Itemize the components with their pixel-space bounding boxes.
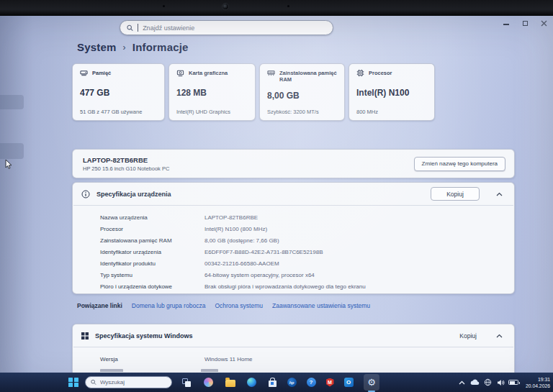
taskbar: hp ? M O ⚙ bbox=[0, 373, 553, 392]
collapse-windows-spec[interactable] bbox=[496, 334, 503, 338]
network-globe-icon bbox=[484, 378, 492, 386]
device-spec-panel: Specyfikacja urządzenia Kopiuj Nazwa urz… bbox=[72, 182, 515, 294]
file-explorer-button[interactable] bbox=[225, 373, 236, 392]
task-view-button[interactable] bbox=[181, 373, 192, 392]
mic-hole bbox=[163, 5, 165, 7]
edge-button[interactable] bbox=[246, 373, 257, 392]
microsoft-store-button[interactable] bbox=[266, 373, 278, 392]
spec-label: Nazwa urządzenia bbox=[100, 214, 204, 221]
close-button[interactable] bbox=[540, 19, 547, 27]
card-subtitle: 800 MHz bbox=[356, 109, 427, 115]
folder-icon bbox=[225, 380, 235, 387]
windows-spec-header[interactable]: Specyfikacja systemu Windows Kopiuj bbox=[73, 324, 514, 347]
info-icon bbox=[81, 190, 90, 199]
outlook-button[interactable]: O bbox=[343, 373, 354, 392]
battery-icon bbox=[508, 380, 518, 385]
copilot-button[interactable] bbox=[202, 373, 214, 392]
chevron-up-icon bbox=[459, 380, 465, 385]
maximize-button[interactable] bbox=[521, 19, 529, 27]
summary-cards: Pamięć 477 GB 51 GB z 477 GB używane Kar… bbox=[72, 63, 435, 121]
spec-value: 00342-21216-66580-AAOEM bbox=[204, 260, 279, 267]
spec-value: Windows 11 Home bbox=[204, 356, 253, 363]
taskbar-clock[interactable]: 19:31 20.04.2026 bbox=[520, 376, 550, 389]
mcafee-button[interactable]: M bbox=[324, 373, 336, 392]
clipped-row bbox=[100, 369, 514, 372]
text-cursor bbox=[138, 24, 138, 32]
rename-pc-button[interactable]: Zmień nazwę tego komputera bbox=[414, 157, 505, 171]
card-title: Karta graficzna bbox=[189, 70, 228, 76]
mouse-cursor bbox=[5, 159, 13, 170]
minimize-icon bbox=[503, 24, 509, 25]
system-tray: 19:31 20.04.2026 bbox=[455, 373, 552, 392]
left-edge-remnant bbox=[0, 95, 24, 109]
clock-date: 20.04.2026 bbox=[520, 383, 550, 389]
device-name-block: LAPTOP-82TB6RBE HP 250 15.6 inch G10 Not… bbox=[83, 156, 169, 172]
storage-icon bbox=[80, 69, 88, 77]
windows-spec-rows: Wersja Windows 11 Home bbox=[73, 347, 514, 372]
link-advanced-system-settings[interactable]: Zaawansowane ustawienia systemu bbox=[272, 302, 370, 309]
card-subtitle: Szybkość: 3200 MT/s bbox=[267, 109, 337, 115]
spec-row: Wersja Windows 11 Home bbox=[73, 353, 514, 365]
spec-row: Identyfikator produktu 00342-21216-66580… bbox=[73, 257, 514, 269]
mcafee-icon: M bbox=[326, 378, 334, 387]
minimize-button[interactable] bbox=[503, 19, 510, 27]
link-domain-workgroup[interactable]: Domena lub grupa robocza bbox=[132, 302, 206, 309]
collapse-device-spec[interactable] bbox=[496, 192, 503, 196]
taskbar-left bbox=[68, 373, 172, 392]
taskbar-search-input[interactable] bbox=[100, 379, 166, 386]
spec-label: Wersja bbox=[100, 356, 204, 363]
device-spec-header[interactable]: Specyfikacja urządzenia Kopiuj bbox=[73, 183, 514, 205]
spec-value: E6DFF0F7-B88D-42E2-A731-8B7C6E52198B bbox=[204, 249, 323, 255]
copy-windows-spec-button[interactable]: Kopiuj bbox=[457, 332, 480, 339]
device-model: HP 250 15.6 inch G10 Notebook PC bbox=[83, 165, 169, 172]
link-system-protection[interactable]: Ochrona systemu bbox=[215, 302, 263, 309]
volume-icon bbox=[497, 379, 505, 386]
card-cpu[interactable]: Procesor Intel(R) N100 800 MHz bbox=[349, 63, 435, 121]
spec-row: Typ systemu 64-bitowy system operacyjny,… bbox=[73, 269, 514, 281]
volume-button[interactable] bbox=[494, 373, 507, 392]
card-storage[interactable]: Pamięć 477 GB 51 GB z 477 GB używane bbox=[72, 63, 165, 121]
card-ram[interactable]: Zainstalowana pamięć RAM 8,00 GB Szybkoś… bbox=[259, 63, 345, 121]
card-value: 477 GB bbox=[80, 88, 157, 98]
gear-icon: ⚙ bbox=[367, 378, 376, 387]
hp-icon: hp bbox=[287, 378, 297, 387]
card-gpu[interactable]: Karta graficzna 128 MB Intel(R) UHD Grap… bbox=[168, 63, 256, 121]
spec-label: Zainstalowana pamięć RAM bbox=[100, 237, 204, 244]
related-links: Powiązane linki Domena lub grupa robocza… bbox=[77, 302, 370, 309]
help-icon: ? bbox=[307, 378, 316, 387]
device-name: LAPTOP-82TB6RBE bbox=[83, 156, 169, 164]
breadcrumb-system[interactable]: System bbox=[77, 41, 117, 53]
page-title: Informacje bbox=[132, 41, 189, 53]
settings-search-input[interactable] bbox=[143, 24, 326, 32]
device-spec-rows: Nazwa urządzenia LAPTOP-82TB6RBE Proceso… bbox=[73, 206, 514, 292]
taskbar-search[interactable] bbox=[85, 376, 172, 388]
settings-app-button[interactable]: ⚙ bbox=[364, 374, 379, 391]
active-app-indicator bbox=[368, 391, 375, 392]
onedrive-button[interactable] bbox=[468, 373, 481, 392]
gpu-icon bbox=[176, 69, 184, 77]
hp-app-button[interactable]: hp bbox=[286, 373, 297, 392]
spec-row: Nazwa urządzenia LAPTOP-82TB6RBE bbox=[73, 211, 514, 223]
tray-overflow-button[interactable] bbox=[455, 373, 468, 392]
onedrive-cloud-icon bbox=[470, 379, 480, 386]
card-subtitle: 51 GB z 477 GB używane bbox=[80, 109, 157, 115]
battery-button[interactable] bbox=[507, 373, 520, 392]
window-controls bbox=[503, 17, 547, 29]
spec-value: 64-bitowy system operacyjny, procesor x6… bbox=[204, 272, 315, 278]
spec-value: Intel(R) N100 (800 MHz) bbox=[204, 226, 267, 232]
outlook-icon: O bbox=[344, 378, 354, 387]
cpu-icon bbox=[356, 69, 364, 77]
clock-time: 19:31 bbox=[520, 376, 550, 383]
device-spec-title: Specyfikacja urządzenia bbox=[96, 191, 171, 198]
ram-icon bbox=[267, 69, 275, 77]
chevron-up-icon bbox=[496, 334, 503, 338]
network-button[interactable] bbox=[481, 373, 494, 392]
card-value: 8,00 GB bbox=[267, 91, 337, 101]
copy-device-spec-button[interactable]: Kopiuj bbox=[431, 187, 480, 201]
start-button[interactable] bbox=[68, 378, 78, 388]
get-help-button[interactable]: ? bbox=[305, 373, 317, 392]
card-value: 128 MB bbox=[176, 88, 248, 98]
settings-search[interactable] bbox=[120, 20, 333, 35]
mic-hole bbox=[287, 5, 289, 7]
spec-label: Identyfikator produktu bbox=[100, 260, 204, 267]
